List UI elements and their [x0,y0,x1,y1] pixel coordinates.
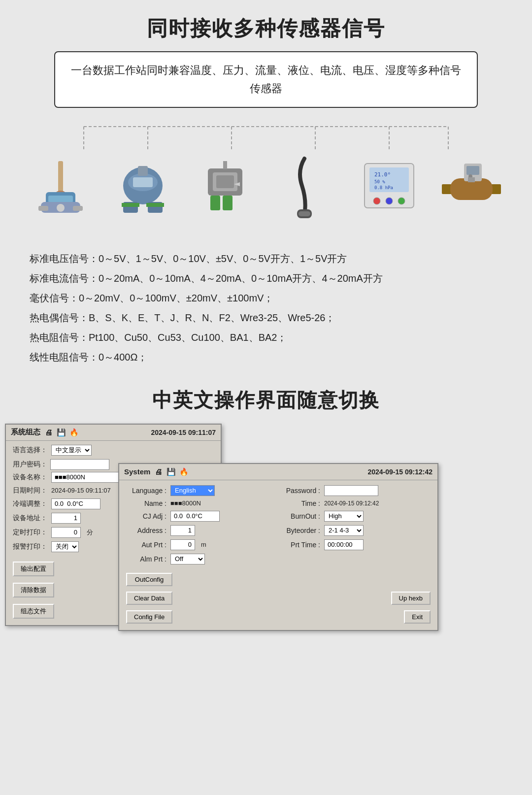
pwd-input-cn[interactable] [50,459,109,470]
svg-rect-44 [466,166,479,175]
name-label-cn: 设备名称： [13,473,47,482]
configfile-btn-en[interactable]: Config File [126,610,172,624]
byteorder-label-en: Byteorder : [281,527,320,534]
time-value-en: 2024-09-15 09:12:42 [324,500,379,507]
burnout-label-en: BurnOut : [281,512,320,520]
spec-line-1: 标准电压信号：0～5V、1～5V、0～10V、±5V、0～5V开方、1～5V开方 [30,249,502,268]
uphexb-btn-en[interactable]: Up hexb [391,592,431,605]
pwd-input-en[interactable] [324,485,378,496]
prttime-input-en[interactable] [324,539,364,550]
svg-rect-13 [73,206,83,211]
en-buttons-row: OutConfig Clear Data Config File Up hexb… [119,570,437,630]
win-en-timestamp: 2024-09-15 09:12:42 [367,468,432,476]
sensor-6 [430,156,512,220]
svg-rect-46 [468,177,475,182]
print-icon-cn[interactable]: 🖨 [43,428,53,437]
svg-rect-26 [223,161,227,169]
name-label-en: Name : [127,499,166,507]
configfile-btn-cn[interactable]: 组态文件 [13,604,54,619]
svg-rect-21 [122,203,139,207]
sensor-5: 21.0° 50 % 0.8 hPa [348,156,431,220]
time-label-cn: 日期时间： [13,486,47,495]
time-label-en: Time : [281,499,320,507]
byteorder-select-en[interactable]: 2-1 4-3 [324,525,364,536]
lang-label-en: Language : [127,487,166,495]
addr-input-cn[interactable] [51,513,81,524]
save-icon-cn[interactable]: 💾 [56,428,66,437]
addr-label-cn: 设备地址： [13,514,47,523]
pwd-label-cn: 用户密码： [13,460,47,469]
spec-line-6: 线性电阻信号：0～400Ω； [30,347,502,367]
en-left-col: Language : English Name : ■■■8000N CJ Ad… [127,485,276,568]
settings-icon-en[interactable]: 🔥 [179,467,189,477]
spec-line-3: 毫伏信号：0～20mV、0～100mV、±20mV、±100mV； [30,288,502,308]
cj-label-cn: 冷端调整： [13,499,47,508]
prttime-label-en: Prt Time : [281,541,320,549]
win-cn-timestamp: 2024-09-15 09:11:07 [151,429,216,436]
addr-label-en: Address : [127,527,166,534]
settings-icon-cn[interactable]: 🔥 [69,428,79,437]
svg-rect-18 [138,166,148,176]
outconfig-btn-en[interactable]: OutConfig [126,573,172,586]
cj-input-cn[interactable] [51,498,100,509]
sensor-1 [20,156,102,220]
outconfig-btn-cn[interactable]: 输出配置 [13,562,54,576]
svg-point-37 [373,198,380,204]
alm-select-cn[interactable]: 关闭 [51,541,79,552]
svg-rect-31 [299,211,310,216]
print-icon-en[interactable]: 🖨 [153,467,163,477]
cj-label-en: CJ Adj : [127,512,166,520]
alm-label-cn: 报警打印： [13,542,47,551]
lang-select-en[interactable]: English [170,485,215,496]
timer-label-cn: 定时打印： [13,528,47,537]
svg-rect-27 [210,196,220,210]
save-icon-en[interactable]: 💾 [166,467,176,477]
windows-area: 系统组态 🖨 💾 🔥 2024-09-15 09:11:07 语言选择： 中文显… [5,424,527,680]
svg-rect-28 [223,196,233,210]
specs-section: 标准电压信号：0～5V、1～5V、0～10V、±5V、0～5V开方、1～5V开方… [0,235,532,372]
svg-text:21.0°: 21.0° [374,171,391,178]
almprt-label-en: Alm Prt : [127,555,166,563]
exit-btn-en[interactable]: Exit [404,610,431,624]
win-cn-title: 系统组态 [11,428,40,437]
lang-label-cn: 语言选择： [13,446,47,455]
sensors-row: 21.0° 50 % 0.8 hPa [0,151,532,235]
window-en: System 🖨 💾 🔥 2024-09-15 09:12:42 Languag… [118,463,438,631]
cleardata-btn-cn[interactable]: 清除数据 [13,583,54,597]
win-en-title: System [124,467,150,476]
pwd-label-en: Password : [281,487,320,495]
sensor-3 [184,156,266,220]
en-btn-left: OutConfig Clear Data Config File [126,573,172,626]
svg-point-39 [398,198,405,204]
autprt-input-en[interactable] [170,539,195,550]
svg-point-38 [386,198,393,204]
svg-rect-7 [58,161,63,196]
section-title-1: 同时接收多种传感器信号 [0,0,532,51]
desc-box: 一台数据工作站同时兼容温度、压力、流量、液位、电流、电压、湿度等多种信号传感器 [54,51,478,108]
addr-input-en[interactable] [170,525,195,536]
en-btn-right: Up hexb Exit [391,592,431,626]
svg-rect-17 [133,177,153,187]
sensor-4 [266,156,348,220]
spec-line-5: 热电阻信号：Pt100、Cu50、Cu53、Cu100、BA1、BA2； [30,328,502,347]
lang-select-cn[interactable]: 中文显示 [51,445,92,456]
svg-text:0.8 hPa: 0.8 hPa [374,185,393,190]
autprt-label-en: Aut Prt : [127,541,166,549]
win-en-titlebar: System 🖨 💾 🔥 2024-09-15 09:12:42 [119,464,437,480]
timer-input-cn[interactable] [51,527,81,538]
spec-line-2: 标准电流信号：0～20mA、0～10mA、4～20mA、0～10mA开方、4～2… [30,268,502,288]
en-right-col: Password : Time : 2024-09-15 09:12:42 Bu… [281,485,430,568]
cleardata-btn-en[interactable]: Clear Data [126,592,172,605]
name-value-en: ■■■8000N [170,499,201,507]
spec-line-4: 热电偶信号：B、S、K、E、T、J、R、N、F2、Wre3-25、Wre5-26… [30,308,502,328]
svg-point-14 [57,204,65,212]
svg-rect-25 [216,175,234,188]
cj-input-en[interactable] [170,511,220,522]
svg-rect-22 [146,203,164,207]
svg-rect-10 [48,196,73,202]
almprt-select-en[interactable]: Off [170,554,205,564]
connector-area [0,122,532,151]
sensor-2 [102,156,184,220]
burnout-select-en[interactable]: High [324,511,364,522]
time-value-cn: 2024-09-15 09:11:07 [51,487,111,494]
